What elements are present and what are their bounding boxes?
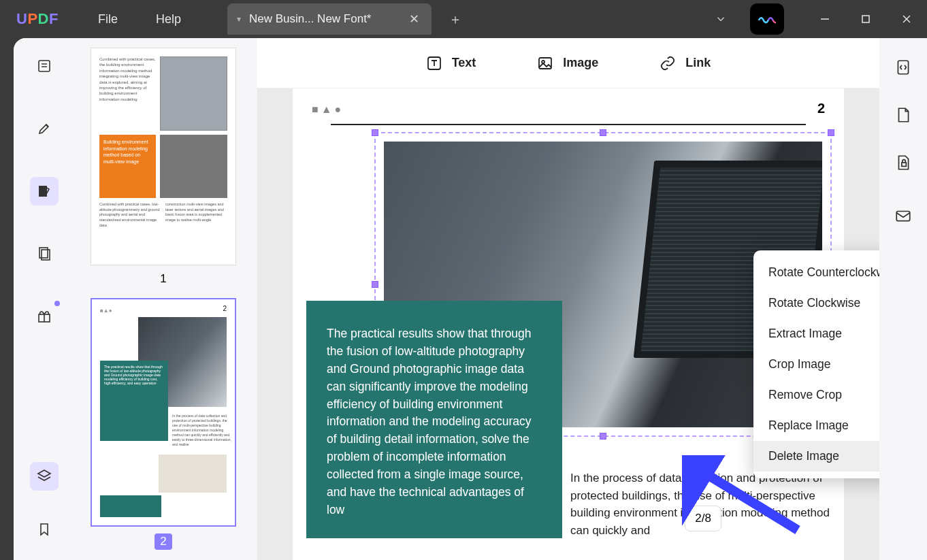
pages-tool-button[interactable]: [30, 240, 59, 268]
lock-file-icon: [894, 154, 912, 171]
brand-icon[interactable]: [750, 3, 784, 35]
maximize-icon: [861, 14, 871, 24]
edit-icon: [36, 183, 52, 199]
gift-icon: [36, 308, 52, 325]
pdfa-icon: [894, 106, 912, 124]
new-tab-button[interactable]: ＋: [440, 3, 471, 35]
ctx-remove-crop[interactable]: Remove Crop: [753, 380, 879, 410]
svg-rect-17: [896, 212, 910, 221]
thumbnail-page-2[interactable]: ■▲● 2 The practical results show that th…: [91, 298, 236, 527]
document-tab[interactable]: ▾ New Busin... New Font* ✕: [227, 3, 432, 35]
bookmark-button[interactable]: [30, 515, 59, 544]
reader-icon: [36, 58, 52, 74]
mail-icon: [894, 207, 912, 225]
highlighter-icon: [36, 120, 52, 137]
document-canvas: Text Image Link ■▲● 2: [257, 38, 879, 560]
minimize-icon: [820, 14, 830, 24]
resize-handle-tm[interactable]: [600, 129, 606, 136]
tab-overflow-button[interactable]: [705, 3, 736, 35]
ctx-extract-image[interactable]: Extract Image: [753, 318, 879, 349]
edit-text-button[interactable]: Text: [426, 55, 476, 71]
titlebar: UPDF File Help ▾ New Busin... New Font* …: [0, 0, 927, 38]
layers-button[interactable]: [30, 462, 59, 491]
wave-icon: [758, 13, 776, 25]
window-maximize-button[interactable]: [845, 0, 886, 38]
thumbnail-page-1[interactable]: Combined with practical cases, the build…: [91, 48, 236, 265]
thumb1-number: 1: [160, 272, 166, 286]
tab-dropdown-icon[interactable]: ▾: [237, 14, 241, 24]
close-icon: [902, 14, 911, 24]
ctx-rotate-ccw[interactable]: Rotate Counterclockwise: [753, 257, 879, 288]
share-button[interactable]: [889, 201, 917, 230]
edit-image-button[interactable]: Image: [537, 55, 598, 71]
ctx-rotate-cw[interactable]: Rotate Clockwise: [753, 288, 879, 318]
tab-close-icon[interactable]: ✕: [406, 12, 422, 27]
edit-tool-button[interactable]: [30, 177, 59, 205]
ctx-crop-image[interactable]: Crop Image: [753, 349, 879, 380]
menu-help[interactable]: Help: [137, 12, 200, 27]
resize-handle-ml[interactable]: [372, 281, 378, 288]
ctx-replace-image[interactable]: Replace Image: [753, 410, 879, 441]
highlight-tool-button[interactable]: [30, 114, 59, 143]
svg-rect-13: [539, 58, 551, 69]
svg-rect-4: [39, 61, 50, 71]
pdfa-button[interactable]: [889, 106, 917, 124]
pages-icon: [36, 246, 52, 262]
annotation-arrow: [682, 455, 804, 537]
tab-strip: ▾ New Busin... New Font* ✕ ＋: [227, 0, 471, 38]
thumbnail-panel[interactable]: Combined with practical cases, the build…: [75, 38, 257, 560]
layers-icon: [36, 468, 52, 484]
edit-text-label: Text: [452, 56, 476, 70]
window-minimize-button[interactable]: [804, 0, 845, 38]
protect-button[interactable]: [889, 148, 917, 177]
window-close-button[interactable]: [886, 0, 927, 38]
link-icon: [660, 55, 676, 71]
convert-icon: [894, 59, 912, 76]
thumb2-number: 2: [154, 533, 172, 550]
reader-tool-button[interactable]: [30, 52, 59, 80]
resize-handle-tl[interactable]: [372, 129, 378, 136]
image-context-menu: Rotate Counterclockwise Rotate Clockwise…: [753, 250, 879, 478]
resize-handle-bm[interactable]: [600, 433, 606, 440]
page-decor-icons: ■▲●: [312, 103, 344, 115]
text-icon: [426, 55, 442, 71]
left-sidebar: [14, 38, 75, 560]
edit-link-button[interactable]: Link: [660, 55, 711, 71]
page-number: 2: [817, 101, 825, 116]
edit-toolbar: Text Image Link: [257, 38, 879, 88]
image-icon: [537, 55, 553, 71]
right-sidebar: [879, 38, 927, 560]
app-logo: UPDF: [0, 10, 79, 28]
teal-text-block: The practical results show that through …: [306, 301, 562, 538]
tab-title: New Busin... New Font*: [249, 12, 372, 26]
resize-handle-tr[interactable]: [828, 129, 834, 136]
bookmark-icon: [36, 521, 52, 538]
svg-rect-16: [902, 163, 907, 166]
page-divider: [331, 124, 806, 125]
convert-button[interactable]: [889, 53, 917, 82]
main-surface: Combined with practical cases, the build…: [14, 38, 927, 560]
menu-file[interactable]: File: [79, 12, 137, 27]
thumb1-orange-box: Building environment information modelin…: [99, 135, 156, 198]
svg-rect-1: [862, 16, 869, 22]
chevron-down-icon: [715, 13, 727, 25]
gift-button[interactable]: [30, 302, 59, 331]
svg-marker-11: [38, 470, 50, 477]
edit-link-label: Link: [685, 56, 711, 70]
edit-image-label: Image: [563, 56, 598, 70]
